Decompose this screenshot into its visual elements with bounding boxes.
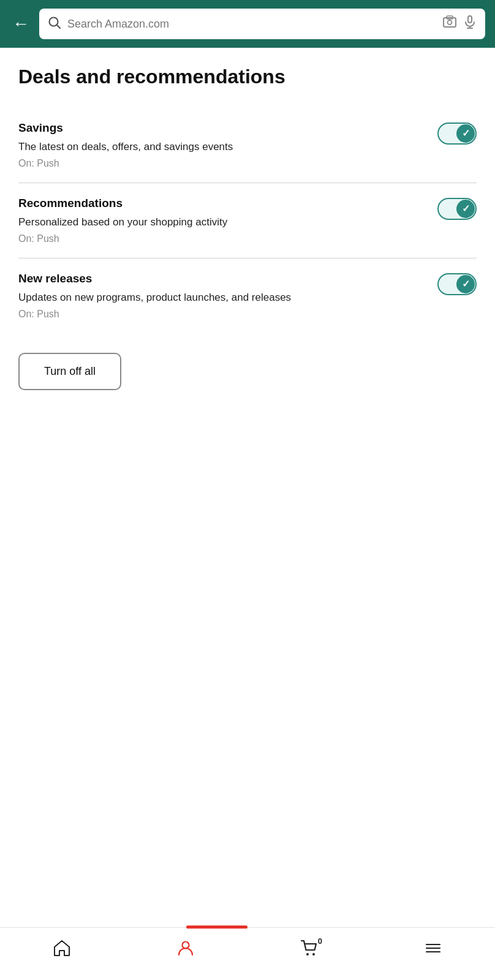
toggle-wrap-recommendations: ✓ [437, 197, 477, 220]
notification-desc-recommendations: Personalized based on your shopping acti… [18, 215, 425, 230]
notification-item-recommendations: Recommendations Personalized based on yo… [18, 183, 477, 258]
svg-point-8 [183, 942, 189, 949]
notification-status-savings: On: Push [18, 158, 425, 169]
camera-search-icon[interactable] [442, 15, 457, 33]
notification-desc-new-releases: Updates on new programs, product launche… [18, 290, 425, 305]
toggle-check-icon: ✓ [462, 129, 470, 138]
toggle-new-releases[interactable]: ✓ [437, 273, 477, 295]
notification-title-savings: Savings [18, 121, 425, 135]
notification-status-recommendations: On: Push [18, 233, 425, 244]
svg-point-9 [306, 953, 309, 956]
notification-text-savings: Savings The latest on deals, offers, and… [18, 121, 425, 169]
notification-desc-savings: The latest on deals, offers, and savings… [18, 140, 425, 154]
toggle-check-icon: ✓ [462, 204, 470, 214]
back-button[interactable]: ← [10, 13, 32, 35]
turn-off-all-button[interactable]: Turn off all [18, 353, 121, 390]
toggle-wrap-new-releases: ✓ [437, 272, 477, 295]
toggle-check-icon: ✓ [462, 279, 470, 289]
nav-cart[interactable]: 0 [288, 937, 331, 963]
bottom-nav: 0 [0, 927, 495, 980]
home-icon [53, 939, 71, 960]
toggle-knob-savings: ✓ [456, 124, 475, 143]
notification-text-recommendations: Recommendations Personalized based on yo… [18, 197, 425, 244]
nav-account[interactable] [164, 937, 207, 963]
page-title: Deals and recommendations [18, 65, 477, 88]
notification-text-new-releases: New releases Updates on new programs, pr… [18, 272, 425, 320]
notification-status-new-releases: On: Push [18, 309, 425, 320]
cart-icon [300, 939, 319, 960]
toggle-knob-recommendations: ✓ [456, 200, 475, 218]
toggle-savings[interactable]: ✓ [437, 123, 477, 145]
search-bar[interactable] [39, 9, 485, 39]
search-input[interactable] [67, 18, 436, 31]
toggle-recommendations[interactable]: ✓ [437, 198, 477, 220]
notification-item-savings: Savings The latest on deals, offers, and… [18, 108, 477, 183]
notification-title-new-releases: New releases [18, 272, 425, 285]
main-content: Deals and recommendations Savings The la… [0, 48, 495, 927]
search-icon [48, 16, 61, 32]
microphone-icon[interactable] [463, 15, 477, 32]
svg-point-4 [448, 20, 452, 24]
notification-item-new-releases: New releases Updates on new programs, pr… [18, 258, 477, 333]
cart-count-badge: 0 [318, 937, 322, 946]
menu-icon [424, 939, 442, 960]
toggle-wrap-savings: ✓ [437, 121, 477, 145]
svg-line-1 [57, 24, 61, 28]
toggle-knob-new-releases: ✓ [456, 275, 475, 293]
notification-title-recommendations: Recommendations [18, 197, 425, 210]
svg-rect-5 [468, 16, 472, 23]
svg-point-10 [312, 953, 315, 956]
nav-menu[interactable] [412, 937, 455, 963]
nav-home[interactable] [40, 937, 83, 963]
header: ← [0, 0, 495, 48]
account-icon [176, 939, 195, 960]
notifications-list: Savings The latest on deals, offers, and… [18, 108, 477, 333]
